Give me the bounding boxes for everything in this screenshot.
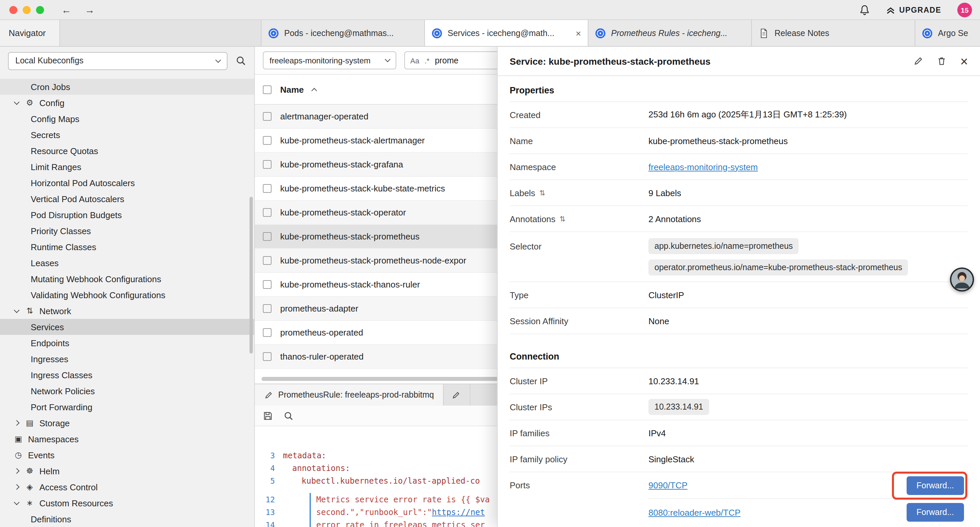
back-arrow-icon[interactable]: ← bbox=[61, 4, 72, 15]
editor-search-icon[interactable] bbox=[283, 411, 294, 420]
line-number: 4 bbox=[255, 463, 283, 473]
detail-panel: Service: kube-prometheus-stack-prometheu… bbox=[497, 47, 980, 527]
sidebar-item-namespaces[interactable]: ▣Namespaces bbox=[0, 431, 254, 447]
match-case-toggle[interactable]: Aa bbox=[410, 56, 419, 64]
service-name: kube-prometheus-stack-grafana bbox=[280, 159, 403, 169]
row-checkbox[interactable] bbox=[263, 160, 272, 169]
row-checkbox[interactable] bbox=[263, 304, 272, 313]
property-label: Selector bbox=[510, 242, 541, 252]
row-checkbox[interactable] bbox=[263, 352, 272, 361]
sidebar-item-network[interactable]: ⇅Network bbox=[0, 303, 254, 319]
sidebar-item-storage[interactable]: ▤Storage bbox=[0, 415, 254, 431]
sidebar-item-services[interactable]: Services bbox=[0, 319, 254, 335]
delete-icon[interactable] bbox=[937, 56, 947, 66]
notification-count-badge[interactable]: 15 bbox=[957, 2, 972, 17]
search-input[interactable]: Aa .* prome bbox=[404, 51, 504, 69]
forward-button[interactable]: Forward... bbox=[906, 503, 964, 522]
port-link[interactable]: 8080:reloader-web/TCP bbox=[648, 507, 740, 517]
row-checkbox[interactable] bbox=[263, 232, 272, 241]
sidebar-item-validating-webhook-configurations[interactable]: Validating Webhook Configurations bbox=[0, 287, 254, 303]
forward-button[interactable]: Forward... bbox=[906, 476, 964, 495]
sidebar-item-custom-resources[interactable]: ∗Custom Resources bbox=[0, 495, 254, 511]
sidebar-item-endpoints[interactable]: Endpoints bbox=[0, 335, 254, 351]
minimize-window-button[interactable] bbox=[23, 6, 31, 14]
tab-prometheus-rules-icecheng[interactable]: Prometheus Rules - icecheng... bbox=[589, 20, 752, 46]
kubeconfig-select[interactable]: Local Kubeconfigs bbox=[8, 52, 228, 70]
sidebar-item-horizontal-pod-autoscalers[interactable]: Horizontal Pod Autoscalers bbox=[0, 175, 254, 191]
sidebar-item-config-maps[interactable]: Config Maps bbox=[0, 111, 254, 127]
sidebar-item-pod-disruption-budgets[interactable]: Pod Disruption Budgets bbox=[0, 207, 254, 223]
close-window-button[interactable] bbox=[10, 6, 18, 14]
forward-arrow-icon[interactable]: → bbox=[85, 4, 95, 15]
sidebar-item-vertical-pod-autoscalers[interactable]: Vertical Pod Autoscalers bbox=[0, 191, 254, 207]
line-number: 5 bbox=[255, 476, 283, 485]
namespace-link[interactable]: freeleaps-monitoring-system bbox=[648, 162, 758, 172]
notifications-bell-icon[interactable] bbox=[859, 4, 870, 15]
sidebar-item-leases[interactable]: Leases bbox=[0, 255, 254, 271]
sidebar-item-access-control[interactable]: ◈Access Control bbox=[0, 479, 254, 495]
tab-release-notes[interactable]: Release Notes bbox=[752, 20, 915, 46]
sidebar-item-ingress-classes[interactable]: Ingress Classes bbox=[0, 367, 254, 383]
tab-argo-se[interactable]: Argo Se bbox=[915, 20, 980, 46]
tab-label: Argo Se bbox=[938, 29, 973, 38]
property-value: None bbox=[648, 316, 669, 326]
asterisk-icon: ∗ bbox=[25, 498, 35, 508]
edit-icon[interactable] bbox=[914, 56, 924, 66]
row-checkbox[interactable] bbox=[263, 112, 272, 121]
sidebar-search-icon[interactable] bbox=[235, 56, 246, 66]
sidebar-item-ingresses[interactable]: Ingresses bbox=[0, 351, 254, 367]
sidebar-item-events[interactable]: ◷Events bbox=[0, 447, 254, 463]
row-checkbox[interactable] bbox=[263, 184, 272, 193]
detail-body: Properties Created 253d 16h 6m ago (2025… bbox=[498, 76, 980, 527]
row-checkbox[interactable] bbox=[263, 328, 272, 337]
tab-label: Services - icecheng@math... bbox=[448, 29, 569, 38]
property-row-annotations: Annotations ⇅ 2 Annotations bbox=[510, 206, 968, 232]
sidebar-item-config[interactable]: ⚙Config bbox=[0, 95, 254, 111]
regex-toggle[interactable]: .* bbox=[425, 56, 430, 64]
namespace-select[interactable]: freeleaps-monitoring-system bbox=[263, 51, 396, 69]
dock-tab-partial[interactable] bbox=[444, 384, 471, 406]
sidebar-item-runtime-classes[interactable]: Runtime Classes bbox=[0, 239, 254, 255]
upgrade-button[interactable]: UPGRADE bbox=[886, 5, 941, 14]
name-column-header[interactable]: Name bbox=[280, 84, 304, 94]
row-checkbox[interactable] bbox=[263, 256, 272, 265]
sort-ascending-icon[interactable] bbox=[312, 88, 317, 93]
tab-label: Pods - icecheng@mathmas... bbox=[284, 29, 418, 38]
sidebar-item-priority-classes[interactable]: Priority Classes bbox=[0, 223, 254, 239]
sidebar-item-limit-ranges[interactable]: Limit Ranges bbox=[0, 159, 254, 175]
tab-label: Release Notes bbox=[775, 29, 908, 38]
sidebar-item-mutating-webhook-configurations[interactable]: Mutating Webhook Configurations bbox=[0, 271, 254, 287]
sidebar-item-label: Config bbox=[39, 98, 64, 108]
sidebar-item-label: Definitions bbox=[31, 514, 71, 524]
close-icon[interactable]: × bbox=[574, 28, 581, 38]
sidebar-scrollbar[interactable] bbox=[250, 197, 253, 353]
sidebar-item-resource-quotas[interactable]: Resource Quotas bbox=[0, 143, 254, 159]
row-checkbox[interactable] bbox=[263, 136, 272, 145]
navigator-header-tab[interactable]: Navigator bbox=[0, 20, 60, 46]
code-text: annotations: bbox=[292, 462, 350, 474]
row-checkbox[interactable] bbox=[263, 208, 272, 217]
sidebar-item-secrets[interactable]: Secrets bbox=[0, 127, 254, 143]
expand-icon[interactable]: ⇅ bbox=[559, 215, 565, 223]
zoom-window-button[interactable] bbox=[36, 6, 44, 14]
row-checkbox[interactable] bbox=[263, 280, 272, 289]
line-number: 13 bbox=[255, 507, 283, 517]
tab-pods-icecheng-mathmas[interactable]: Pods - icecheng@mathmas... bbox=[261, 20, 425, 46]
expand-icon[interactable]: ⇅ bbox=[539, 188, 546, 197]
property-label: Type bbox=[510, 290, 528, 300]
port-link[interactable]: 9090/TCP bbox=[648, 480, 687, 490]
service-name: kube-prometheus-stack-operator bbox=[280, 207, 406, 218]
sidebar-item-network-policies[interactable]: Network Policies bbox=[0, 383, 254, 399]
avatar[interactable] bbox=[950, 267, 974, 291]
select-all-checkbox[interactable] bbox=[263, 85, 272, 94]
tab-services-icecheng-math[interactable]: Services - icecheng@math...× bbox=[425, 20, 589, 46]
sidebar-item-cron-jobs[interactable]: Cron Jobs bbox=[0, 79, 254, 95]
close-icon[interactable]: × bbox=[960, 54, 968, 68]
dock-tab-prometheusrule[interactable]: PrometheusRule: freeleaps-prod-rabbitmq bbox=[255, 384, 444, 406]
sidebar-item-label: Vertical Pod Autoscalers bbox=[31, 194, 124, 204]
gear-icon: ⚙ bbox=[25, 98, 35, 107]
sidebar-item-definitions[interactable]: Definitions bbox=[0, 511, 254, 527]
save-icon[interactable] bbox=[263, 411, 273, 420]
sidebar-item-port-forwarding[interactable]: Port Forwarding bbox=[0, 399, 254, 415]
sidebar-item-helm[interactable]: ☸Helm bbox=[0, 463, 254, 479]
